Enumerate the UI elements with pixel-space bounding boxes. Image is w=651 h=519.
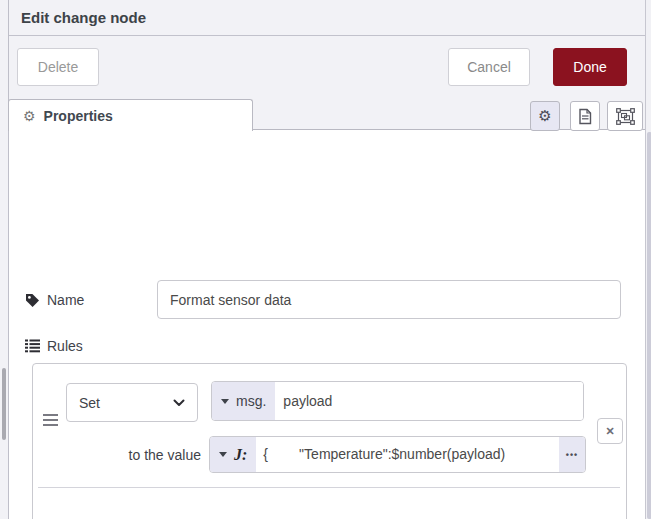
- tab-properties[interactable]: ⚙ Properties: [8, 99, 253, 131]
- scrollbar-thumb[interactable]: [647, 132, 651, 519]
- rule-property-typedinput: msg.: [211, 381, 584, 421]
- cancel-button[interactable]: Cancel: [448, 48, 530, 86]
- editor-tab-bar: ⚙ Properties ⚙: [9, 96, 651, 130]
- left-scrollbar-thumb[interactable]: [2, 368, 6, 440]
- rule-action-value: Set: [79, 395, 100, 411]
- property-input[interactable]: [275, 382, 583, 420]
- rules-label-text: Rules: [47, 338, 83, 354]
- value-type-button[interactable]: J:: [210, 437, 256, 472]
- list-icon: [25, 339, 40, 353]
- properties-view-button[interactable]: ⚙: [530, 101, 560, 131]
- rule-drag-handle-icon[interactable]: [43, 414, 59, 428]
- edit-change-node-dialog: Edit change node Delete Cancel Done ⚙ Pr…: [8, 0, 651, 519]
- dialog-scrollbar[interactable]: [645, 0, 651, 519]
- property-type-button[interactable]: msg.: [212, 382, 275, 420]
- tag-icon: [25, 293, 40, 308]
- dialog-toolbar: Delete Cancel Done: [9, 36, 651, 96]
- dialog-title: Edit change node: [21, 0, 146, 35]
- gear-icon: ⚙: [23, 108, 36, 124]
- document-icon: [578, 108, 592, 125]
- chevron-down-icon: [173, 399, 185, 407]
- remove-rule-button[interactable]: ✕: [597, 418, 623, 444]
- name-input[interactable]: [157, 280, 621, 319]
- rules-section-label: Rules: [25, 335, 83, 357]
- object-group-icon: [616, 108, 635, 125]
- expand-expression-button[interactable]: •••: [559, 437, 585, 472]
- appearance-view-button[interactable]: [607, 101, 643, 131]
- jsonata-expression-icon: J:: [234, 446, 247, 464]
- rules-list: Set msg. to the value J:: [32, 363, 627, 519]
- workspace-edge: [0, 0, 8, 519]
- delete-button[interactable]: Delete: [17, 48, 99, 86]
- value-expression-input[interactable]: { "Temperature":$number(payload): [256, 437, 559, 472]
- dialog-header: Edit change node: [9, 0, 651, 36]
- description-view-button[interactable]: [570, 101, 600, 131]
- name-field-label: Name: [25, 281, 84, 319]
- dialog-content: Name Rules: [9, 130, 651, 519]
- rule-action-select[interactable]: Set: [66, 383, 198, 422]
- name-label-text: Name: [47, 292, 84, 308]
- caret-down-icon: [219, 452, 227, 457]
- rule-value-typedinput: J: { "Temperature":$number(payload) •••: [209, 436, 586, 473]
- caret-down-icon: [221, 399, 229, 404]
- gear-icon: ⚙: [538, 107, 551, 125]
- property-type-label: msg.: [236, 393, 266, 409]
- tab-properties-label: Properties: [44, 108, 113, 124]
- rule-separator: [38, 487, 620, 488]
- done-button[interactable]: Done: [553, 48, 627, 86]
- to-value-label: to the value: [51, 442, 201, 468]
